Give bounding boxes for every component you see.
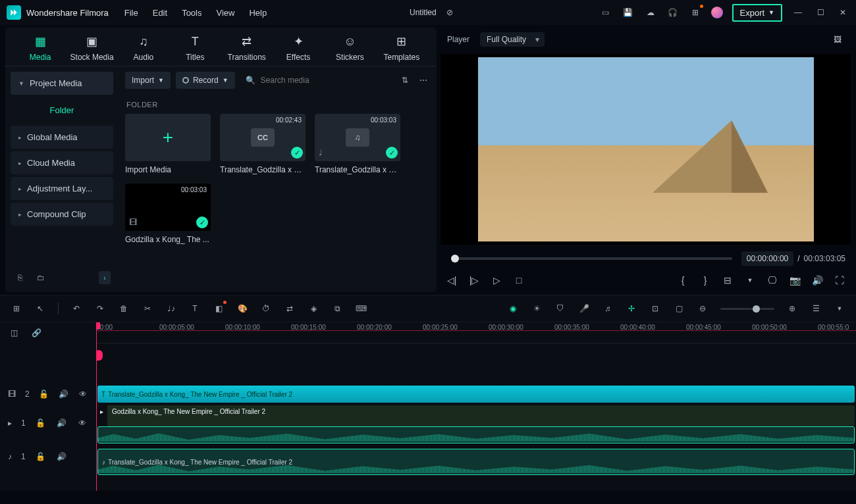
- color-icon[interactable]: 🎨: [236, 303, 248, 315]
- layout-icon[interactable]: ⊟: [722, 274, 734, 286]
- video-preview[interactable]: [441, 54, 851, 245]
- auto-beat-icon[interactable]: ✢: [626, 303, 637, 315]
- sidebar-global-media[interactable]: ▸Global Media: [11, 126, 113, 149]
- eye-icon[interactable]: 👁: [76, 417, 88, 429]
- render-icon[interactable]: ▢: [673, 303, 685, 315]
- tab-stock-media[interactable]: ▣Stock Media: [70, 34, 113, 62]
- title-track[interactable]: T Translate_Godzilla x Kong_ The New Emp…: [96, 384, 856, 404]
- close-button[interactable]: ✕: [836, 6, 849, 19]
- crop-icon[interactable]: ◧: [213, 303, 225, 315]
- sidebar-compound-clip[interactable]: ▸Compound Clip: [11, 203, 113, 226]
- export-button[interactable]: Export ▼: [732, 4, 783, 22]
- clip-audio[interactable]: ♪ Translate_Godzilla x Kong_ The New Emp…: [97, 449, 855, 475]
- collapse-sidebar-button[interactable]: ‹: [99, 271, 111, 284]
- sidebar-adjustment-layer[interactable]: ▸Adjustment Lay...: [11, 177, 113, 200]
- adjust-icon[interactable]: ⇄: [284, 303, 296, 315]
- link-icon[interactable]: ⧉: [331, 303, 343, 315]
- enhance-icon[interactable]: ☀: [531, 303, 543, 315]
- quality-dropdown[interactable]: Full Quality: [480, 32, 545, 47]
- menu-tools[interactable]: Tools: [182, 8, 201, 18]
- chevron-down-icon[interactable]: ▼: [834, 303, 845, 315]
- clip-title[interactable]: T Translate_Godzilla x Kong_ The New Emp…: [97, 386, 855, 403]
- mute-icon[interactable]: 🔊: [58, 388, 68, 400]
- menu-help[interactable]: Help: [249, 8, 267, 18]
- zoom-slider[interactable]: [720, 308, 774, 310]
- new-bin-icon[interactable]: ⎘: [13, 272, 26, 284]
- zoom-out-icon[interactable]: ⊖: [697, 303, 709, 315]
- video-track[interactable]: Godzilla x Kong_ The New Empire _ Offici…: [96, 405, 856, 443]
- tab-titles[interactable]: TTitles: [173, 34, 217, 62]
- text-icon[interactable]: T: [189, 303, 201, 315]
- eye-icon[interactable]: 👁: [78, 388, 88, 400]
- menu-view[interactable]: View: [216, 8, 234, 18]
- track-view-icon[interactable]: ☰: [810, 303, 822, 315]
- tab-templates[interactable]: ⊞Templates: [380, 34, 423, 62]
- mic-icon[interactable]: 🎤: [578, 303, 590, 315]
- new-folder-icon[interactable]: 🗀: [34, 272, 47, 284]
- sidebar-cloud-media[interactable]: ▸Cloud Media: [11, 151, 113, 174]
- ai-icon[interactable]: ◉: [507, 303, 519, 315]
- undo-icon[interactable]: ↶: [70, 303, 82, 315]
- timeline-layers-icon[interactable]: ◫: [8, 327, 20, 339]
- sidebar-project-media[interactable]: ▼Project Media: [11, 72, 113, 95]
- sidebar-folder[interactable]: Folder: [11, 97, 113, 123]
- display-icon[interactable]: ▭: [599, 6, 612, 19]
- cut-icon[interactable]: ✂: [142, 303, 153, 315]
- play-button[interactable]: ▷: [491, 274, 502, 286]
- lock-icon[interactable]: 🔓: [35, 451, 47, 463]
- record-dropdown[interactable]: Record▼: [176, 72, 235, 89]
- mute-icon[interactable]: 🔊: [55, 417, 67, 429]
- mark-in-icon[interactable]: {: [677, 274, 689, 286]
- delete-icon[interactable]: 🗑: [118, 303, 130, 315]
- menu-file[interactable]: File: [124, 8, 138, 18]
- scrubber[interactable]: [451, 257, 732, 260]
- tab-transitions[interactable]: ⇄Transitions: [225, 34, 269, 62]
- tab-audio[interactable]: ♫Audio: [122, 34, 165, 62]
- display-out-icon[interactable]: 🖵: [766, 274, 778, 286]
- cursor-icon[interactable]: ↖: [34, 303, 46, 315]
- timeline-link-icon[interactable]: 🔗: [30, 327, 42, 339]
- chevron-down-icon[interactable]: ▼: [744, 274, 756, 286]
- music-tool-icon[interactable]: ♬: [602, 303, 614, 315]
- avatar[interactable]: [711, 7, 723, 18]
- mark-out-icon[interactable]: }: [699, 274, 711, 286]
- prev-frame-button[interactable]: ◁|: [446, 274, 458, 286]
- timeline-marker[interactable]: [96, 350, 103, 361]
- save-icon[interactable]: 💾: [622, 6, 635, 19]
- cloud-icon[interactable]: ☁: [644, 6, 657, 19]
- apps-icon[interactable]: ⊞: [11, 303, 22, 315]
- play-back-button[interactable]: |▷: [468, 274, 480, 286]
- media-item-import[interactable]: + Import Media: [125, 114, 211, 174]
- playhead-knob[interactable]: [451, 255, 459, 263]
- minimize-button[interactable]: —: [791, 6, 805, 19]
- tab-media[interactable]: ▦Media: [18, 34, 62, 62]
- tab-effects[interactable]: ✦Effects: [277, 34, 320, 62]
- pic-in-pic-icon[interactable]: ⊡: [649, 303, 661, 315]
- mute-icon[interactable]: 🔊: [56, 451, 68, 463]
- more-icon[interactable]: ⋯: [417, 74, 430, 87]
- import-dropdown[interactable]: Import▼: [125, 72, 171, 89]
- snapshot-icon[interactable]: 📷: [789, 274, 801, 286]
- lock-icon[interactable]: 🔓: [35, 417, 47, 429]
- tab-stickers[interactable]: ☺Stickers: [328, 34, 371, 62]
- keyframe-icon[interactable]: ◈: [308, 303, 319, 315]
- translate-icon[interactable]: ⌨: [355, 303, 367, 315]
- timeline-playhead[interactable]: [96, 322, 97, 491]
- zoom-in-icon[interactable]: ⊕: [786, 303, 798, 315]
- speed-icon[interactable]: ⏱: [260, 303, 272, 315]
- timeline-ruler[interactable]: 00:00 00:00:05:00 00:00:10:00 00:00:15:0…: [96, 322, 856, 343]
- media-item[interactable]: 00:02:43CC✓ Translate_Godzilla x K...: [220, 114, 306, 174]
- beat-icon[interactable]: ♩♪: [165, 303, 177, 315]
- volume-icon[interactable]: 🔊: [811, 274, 823, 286]
- maximize-button[interactable]: ☐: [814, 6, 827, 19]
- menu-edit[interactable]: Edit: [153, 8, 167, 18]
- headphones-icon[interactable]: 🎧: [666, 6, 680, 19]
- apps-icon[interactable]: ⊞: [689, 6, 702, 19]
- search-input[interactable]: [261, 76, 388, 85]
- clip-video-audio[interactable]: [97, 426, 855, 443]
- lock-icon[interactable]: 🔓: [39, 388, 49, 400]
- audio-track[interactable]: ♪ Translate_Godzilla x Kong_ The New Emp…: [96, 447, 856, 476]
- clip-video[interactable]: Godzilla x Kong_ The New Empire _ Offici…: [97, 405, 855, 426]
- fullscreen-icon[interactable]: ⛶: [834, 274, 845, 286]
- filter-icon[interactable]: ⇅: [398, 74, 412, 87]
